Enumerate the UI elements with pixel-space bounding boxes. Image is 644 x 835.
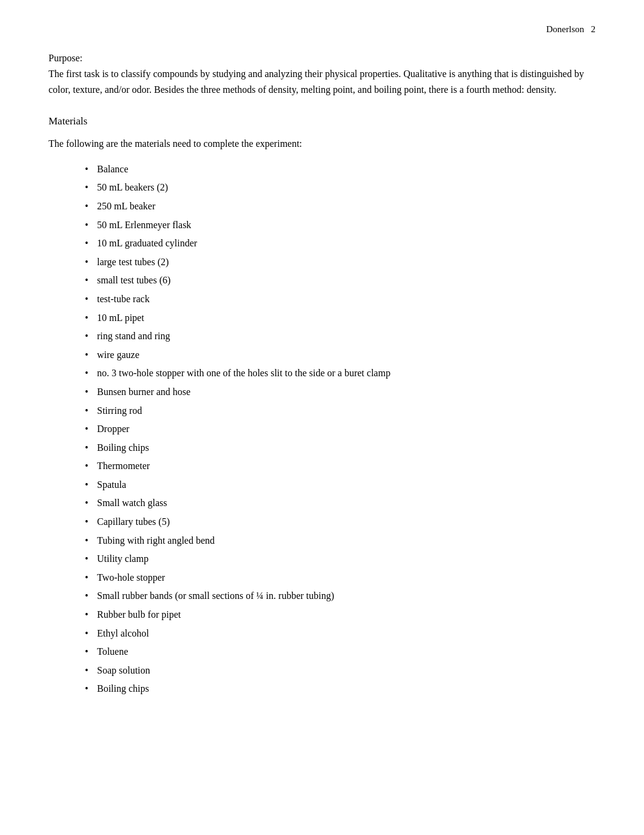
list-item: Ethyl alcohol — [85, 626, 595, 641]
list-item: test-tube rack — [85, 291, 595, 307]
list-item: Small watch glass — [85, 495, 595, 511]
header-author-page: Donerlson 2 — [49, 24, 595, 35]
list-item: 50 mL Erlenmeyer flask — [85, 217, 595, 233]
author-name: Donerlson — [546, 24, 585, 34]
list-item: Boiling chips — [85, 440, 595, 456]
list-item: Boiling chips — [85, 681, 595, 697]
list-item: 10 mL graduated cylinder — [85, 235, 595, 251]
materials-list: Balance50 mL beakers (2)250 mL beaker50 … — [49, 161, 595, 697]
list-item: Tubing with right angled bend — [85, 533, 595, 549]
materials-section: Materials The following are the material… — [49, 115, 595, 697]
list-item: Bunsen burner and hose — [85, 384, 595, 400]
list-item: Spatula — [85, 477, 595, 493]
materials-intro: The following are the materials need to … — [49, 136, 595, 152]
list-item: Utility clamp — [85, 551, 595, 567]
list-item: large test tubes (2) — [85, 254, 595, 270]
list-item: 10 mL pipet — [85, 310, 595, 326]
list-item: 250 mL beaker — [85, 198, 595, 214]
list-item: 50 mL beakers (2) — [85, 180, 595, 195]
list-item: Rubber bulb for pipet — [85, 607, 595, 623]
list-item: Toluene — [85, 644, 595, 660]
purpose-text: The first task is to classify compounds … — [49, 66, 595, 97]
purpose-section: Purpose: The first task is to classify c… — [49, 53, 595, 97]
list-item: wire gauze — [85, 347, 595, 363]
list-item: Dropper — [85, 421, 595, 437]
purpose-label: Purpose: — [49, 53, 595, 64]
list-item: Capillary tubes (5) — [85, 514, 595, 530]
materials-heading: Materials — [49, 115, 595, 127]
list-item: small test tubes (6) — [85, 272, 595, 288]
list-item: Small rubber bands (or small sections of… — [85, 588, 595, 604]
list-item: Two-hole stopper — [85, 570, 595, 586]
list-item: Soap solution — [85, 663, 595, 678]
list-item: Stirring rod — [85, 403, 595, 419]
list-item: Balance — [85, 161, 595, 177]
header: Donerlson 2 — [49, 24, 595, 35]
list-item: no. 3 two-hole stopper with one of the h… — [85, 365, 595, 381]
list-item: ring stand and ring — [85, 328, 595, 344]
list-item: Thermometer — [85, 458, 595, 474]
page-number: 2 — [591, 24, 596, 34]
